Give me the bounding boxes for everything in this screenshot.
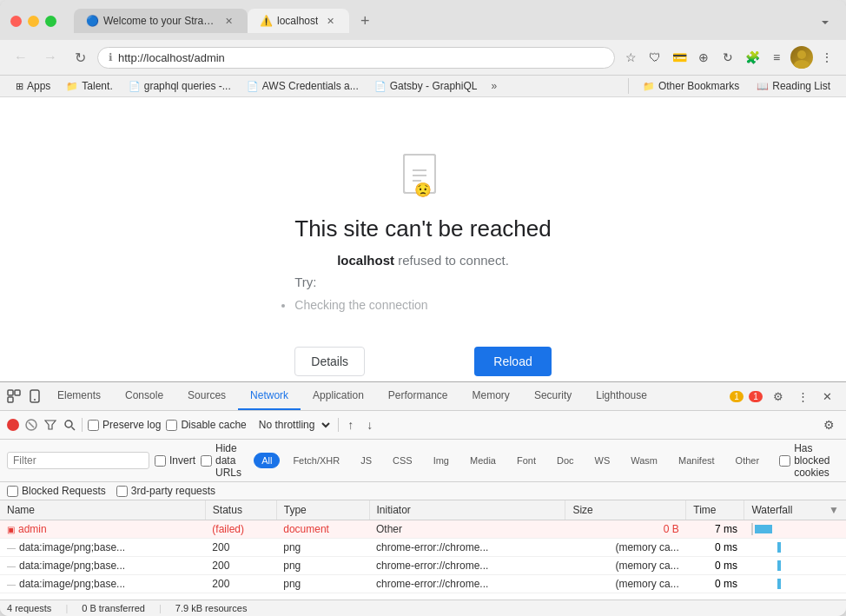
col-header-initiator[interactable]: Initiator	[369, 500, 565, 520]
filter-tag-all[interactable]: All	[254, 453, 280, 468]
tab-console[interactable]: Console	[113, 382, 175, 410]
third-party-checkbox[interactable]: 3rd-party requests	[116, 485, 215, 497]
url-input[interactable]	[118, 51, 604, 64]
tab-sources[interactable]: Sources	[175, 382, 238, 410]
col-header-time[interactable]: Time	[686, 500, 744, 520]
bookmark-reading-list[interactable]: 📖 Reading List	[750, 78, 837, 94]
bookmark-talent[interactable]: 📁 Talent.	[59, 78, 119, 94]
devtools-more-icon[interactable]: ⋮	[792, 386, 813, 407]
cell-time: 0 ms	[686, 575, 744, 593]
filter-tag-manifest[interactable]: Manifest	[671, 453, 723, 468]
bookmark-star-icon[interactable]: ☆	[620, 47, 641, 68]
table-row[interactable]: —data:image/png;base... 200 png chrome-e…	[0, 539, 846, 557]
reload-button[interactable]: ↻	[68, 45, 92, 70]
filter-tag-css[interactable]: CSS	[385, 453, 420, 468]
export-har-icon[interactable]: ↓	[363, 418, 377, 432]
devtools-settings-icon[interactable]: ⚙	[768, 386, 789, 407]
filter-tag-wasm[interactable]: Wasm	[623, 453, 665, 468]
title-bar-top: 🔵 Welcome to your Strapi app ✕ ⚠️ localh…	[10, 9, 836, 33]
security-icon: ℹ	[109, 51, 113, 63]
tabs-overflow-button[interactable]	[815, 12, 836, 33]
cell-time: 0 ms	[686, 539, 744, 557]
hide-data-urls-checkbox[interactable]: Hide data URLs	[201, 442, 248, 479]
tab-memory[interactable]: Memory	[460, 382, 522, 410]
disable-cache-checkbox[interactable]: Disable cache	[166, 419, 246, 431]
minimize-button[interactable]	[28, 16, 39, 27]
devtools-close-icon[interactable]: ✕	[816, 386, 837, 407]
table-row[interactable]: ▣admin (failed) document Other 0 B 7 ms	[0, 520, 846, 539]
new-tab-button[interactable]: +	[353, 9, 377, 33]
record-button[interactable]	[7, 419, 19, 431]
invert-checkbox[interactable]: Invert	[155, 454, 195, 467]
preserve-log-checkbox[interactable]: Preserve log	[88, 419, 161, 431]
has-blocked-cookies-checkbox[interactable]: Has blocked cookies	[779, 442, 839, 479]
profile-avatar[interactable]	[790, 46, 813, 69]
wallet-icon[interactable]: 💳	[669, 47, 690, 68]
bookmark-other[interactable]: 📁 Other Bookmarks	[636, 78, 746, 94]
throttle-select[interactable]: No throttling	[252, 416, 333, 434]
extensions-puzzle-icon[interactable]: 🧩	[742, 47, 763, 68]
tab-localhost[interactable]: ⚠️ localhost ✕	[248, 9, 349, 33]
tab-performance[interactable]: Performance	[376, 382, 460, 410]
clear-button[interactable]	[24, 418, 38, 432]
filter-input[interactable]	[7, 452, 149, 469]
forward-button[interactable]: →	[38, 45, 63, 70]
col-header-status[interactable]: Status	[205, 500, 276, 520]
reload-page-button[interactable]: Reload	[474, 347, 551, 376]
table-row[interactable]: —data:image/png;base... 200 png chrome-e…	[0, 575, 846, 593]
devtools-device-icon[interactable]	[24, 386, 45, 407]
brave-shield-icon[interactable]: 🛡	[644, 47, 665, 68]
reading-list-icon: 📖	[757, 81, 769, 92]
filter-tag-other[interactable]: Other	[728, 453, 768, 468]
filter-tag-fetch-xhr[interactable]: Fetch/XHR	[285, 453, 347, 468]
svg-rect-10	[8, 397, 13, 402]
filter-tag-font[interactable]: Font	[509, 453, 544, 468]
bookmark-gatsby[interactable]: 📄 Gatsby - GraphiQL	[367, 78, 485, 94]
extensions-icon[interactable]: ⊕	[693, 47, 714, 68]
cell-status: 200	[205, 575, 276, 593]
bookmark-other-label: Other Bookmarks	[658, 80, 739, 92]
filter-tag-doc[interactable]: Doc	[549, 453, 582, 468]
tab-application[interactable]: Application	[301, 382, 376, 410]
bookmark-graphql[interactable]: 📄 graphql queries -...	[122, 78, 238, 94]
sidebar-icon[interactable]: ≡	[766, 47, 787, 68]
network-settings-icon[interactable]: ⚙	[818, 414, 839, 435]
address-bar[interactable]: ℹ	[97, 47, 615, 69]
status-bar: 4 requests | 0 B transferred | 7.9 kB re…	[0, 599, 846, 616]
bookmarks-overflow-button[interactable]: »	[486, 78, 502, 94]
filter-tag-img[interactable]: Img	[426, 453, 457, 468]
bookmark-aws[interactable]: 📄 AWS Credentials a...	[240, 78, 366, 94]
tab-network[interactable]: Network	[238, 382, 301, 410]
maximize-button[interactable]	[45, 16, 56, 27]
tab-close-strapi[interactable]: ✕	[221, 14, 235, 28]
tab-strapi[interactable]: 🔵 Welcome to your Strapi app ✕	[74, 9, 248, 33]
devtools-inspect-icon[interactable]	[3, 386, 24, 407]
tab-elements[interactable]: Elements	[45, 382, 113, 410]
import-har-icon[interactable]: ↑	[344, 418, 358, 432]
filter-tag-ws[interactable]: WS	[587, 453, 618, 468]
filter-tag-js[interactable]: JS	[353, 453, 380, 468]
search-button[interactable]	[63, 418, 76, 432]
col-header-waterfall[interactable]: Waterfall ▼	[744, 500, 846, 520]
bookmark-apps[interactable]: ⊞ Apps	[9, 78, 57, 94]
filter-button[interactable]	[43, 418, 57, 432]
error-title: This site can't be reached	[294, 215, 551, 242]
cell-type: png	[276, 557, 369, 575]
table-row[interactable]: —data:image/png;base... 200 png chrome-e…	[0, 557, 846, 575]
folder-icon-other: 📁	[643, 81, 655, 92]
filter-tag-media[interactable]: Media	[462, 453, 504, 468]
col-header-size[interactable]: Size	[565, 500, 686, 520]
browser-window: 🔵 Welcome to your Strapi app ✕ ⚠️ localh…	[0, 0, 846, 616]
resources-size: 7.9 kB resources	[175, 603, 248, 613]
col-header-name[interactable]: Name	[0, 500, 205, 520]
details-button[interactable]: Details	[294, 347, 365, 376]
blocked-requests-checkbox[interactable]: Blocked Requests	[7, 485, 106, 497]
back-button[interactable]: ←	[9, 45, 33, 70]
menu-button[interactable]: ⋮	[816, 47, 837, 68]
tab-close-localhost[interactable]: ✕	[323, 14, 337, 28]
close-button[interactable]	[10, 16, 22, 27]
tab-lighthouse[interactable]: Lighthouse	[584, 382, 659, 410]
tab-security[interactable]: Security	[522, 382, 584, 410]
col-header-type[interactable]: Type	[276, 500, 369, 520]
profile-sync-icon[interactable]: ↻	[717, 47, 738, 68]
